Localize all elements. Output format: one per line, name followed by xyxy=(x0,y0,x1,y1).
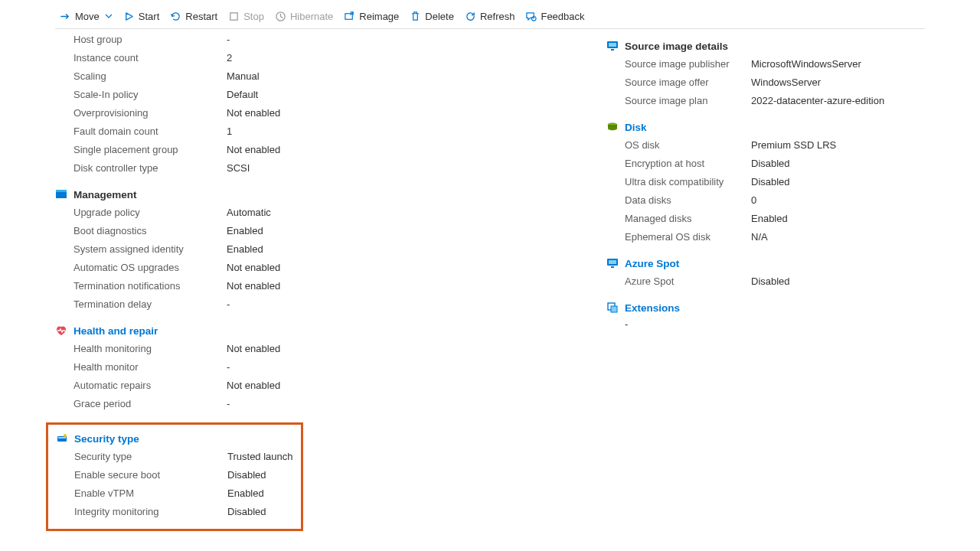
stop-label: Stop xyxy=(243,11,264,22)
property-value: N/A xyxy=(751,230,768,244)
svg-rect-5 xyxy=(56,190,67,192)
refresh-label: Refresh xyxy=(480,11,515,22)
hibernate-label: Hibernate xyxy=(290,11,333,22)
property-value: 2022-datacenter-azure-edition xyxy=(751,94,884,108)
property-label: Source image plan xyxy=(625,94,751,108)
section-title: Disk xyxy=(625,122,647,133)
property-value: SCSI xyxy=(227,161,250,175)
property-label: Security type xyxy=(74,450,227,464)
property-value: Disabled xyxy=(227,468,266,482)
property-row: Enable secure bootDisabled xyxy=(56,466,293,484)
property-label: Ultra disk compatibility xyxy=(625,175,751,189)
property-label: Health monitoring xyxy=(74,342,227,356)
svg-rect-0 xyxy=(230,13,237,20)
property-label: Ephemeral OS disk xyxy=(625,230,751,244)
property-row: Enable vTPMEnabled xyxy=(56,484,293,503)
property-value: - xyxy=(227,298,230,311)
property-value: - xyxy=(227,360,230,374)
property-label: Managed disks xyxy=(625,212,751,226)
property-value: Enabled xyxy=(227,224,263,238)
property-row: Encryption at hostDisabled xyxy=(606,155,913,173)
property-row: Azure SpotDisabled xyxy=(606,272,913,291)
property-label: Data disks xyxy=(625,194,751,207)
property-label: Upgrade policy xyxy=(74,206,227,220)
property-row: Termination delay- xyxy=(55,295,576,314)
property-value: Not enabled xyxy=(227,261,280,275)
section-management: Management xyxy=(55,188,576,201)
reimage-label: Reimage xyxy=(359,11,399,22)
property-row: Source image offerWindowsServer xyxy=(606,73,913,92)
section-extensions[interactable]: Extensions xyxy=(606,302,913,314)
monitor-icon xyxy=(606,40,619,52)
spot-icon xyxy=(606,257,619,269)
property-value: Enabled xyxy=(227,487,264,500)
property-row: Integrity monitoringDisabled xyxy=(56,503,293,521)
property-row: Source image publisherMicrosoftWindowsSe… xyxy=(606,55,913,73)
property-row: Ephemeral OS diskN/A xyxy=(606,228,913,246)
property-value: Not enabled xyxy=(227,106,280,120)
section-title: Source image details xyxy=(625,41,728,52)
chevron-down-icon xyxy=(105,11,113,22)
property-row: ScalingManual xyxy=(55,67,576,86)
section-title: Azure Spot xyxy=(625,258,679,269)
move-label: Move xyxy=(75,11,100,22)
extensions-icon xyxy=(606,302,619,314)
section-disk[interactable]: Disk xyxy=(606,121,913,133)
property-label: Termination notifications xyxy=(74,279,227,293)
property-value: - xyxy=(227,397,230,411)
section-security-type[interactable]: Security type xyxy=(56,432,293,445)
section-health-and-repair[interactable]: Health and repair xyxy=(55,324,576,337)
reimage-button[interactable]: Reimage xyxy=(344,11,399,22)
property-value: 2 xyxy=(227,51,232,65)
left-column: Host group- Instance count2 ScalingManua… xyxy=(55,31,576,531)
section-title: Extensions xyxy=(625,302,680,314)
property-value: Default xyxy=(227,88,258,102)
property-label: Instance count xyxy=(74,51,227,65)
property-label: Boot diagnostics xyxy=(74,224,227,238)
section-source-image-details: Source image details xyxy=(606,40,913,52)
start-label: Start xyxy=(139,11,159,22)
refresh-button[interactable]: Refresh xyxy=(465,11,515,22)
property-row: Source image plan2022-datacenter-azure-e… xyxy=(606,92,913,110)
property-row: Disk controller typeSCSI xyxy=(55,159,576,178)
property-row: Health monitor- xyxy=(55,358,576,377)
restart-button[interactable]: Restart xyxy=(170,11,217,22)
svg-rect-10 xyxy=(609,43,616,47)
delete-button[interactable]: Delete xyxy=(410,11,454,22)
property-row: Health monitoringNot enabled xyxy=(55,340,576,358)
section-azure-spot[interactable]: Azure Spot xyxy=(606,257,913,269)
property-value: Manual xyxy=(227,70,260,83)
property-row: OS diskPremium SSD LRS xyxy=(606,136,913,155)
section-title: Security type xyxy=(74,433,139,445)
property-value: 1 xyxy=(227,125,232,139)
property-label: Azure Spot xyxy=(625,275,751,289)
stop-button: Stop xyxy=(228,11,264,22)
property-row: Scale-In policyDefault xyxy=(55,86,576,104)
property-row: System assigned identityEnabled xyxy=(55,240,576,259)
extensions-value: - xyxy=(606,318,913,330)
property-row: Grace period- xyxy=(55,395,576,413)
property-label: Scale-In policy xyxy=(74,88,227,102)
property-value: Disabled xyxy=(751,175,790,189)
start-button[interactable]: Start xyxy=(123,11,159,22)
property-label: OS disk xyxy=(625,139,751,152)
property-value: Enabled xyxy=(227,243,263,256)
property-row: OverprovisioningNot enabled xyxy=(55,104,576,122)
property-row: Managed disksEnabled xyxy=(606,210,913,228)
property-row: Upgrade policyAutomatic xyxy=(55,204,576,222)
move-button[interactable]: Move xyxy=(60,11,113,22)
property-label: Enable vTPM xyxy=(74,487,227,500)
property-label: Single placement group xyxy=(74,143,227,157)
property-label: System assigned identity xyxy=(74,243,227,256)
property-row: Automatic OS upgradesNot enabled xyxy=(55,259,576,277)
property-row: Automatic repairsNot enabled xyxy=(55,377,576,395)
property-value: Enabled xyxy=(751,212,788,226)
property-value: Automatic xyxy=(227,206,271,220)
property-row: Termination notificationsNot enabled xyxy=(55,277,576,295)
delete-label: Delete xyxy=(425,11,454,22)
property-row: Host group- xyxy=(55,31,576,49)
property-label: Scaling xyxy=(74,70,227,83)
property-label: Fault domain count xyxy=(74,125,227,139)
property-value: Disabled xyxy=(751,157,790,171)
feedback-button[interactable]: Feedback xyxy=(525,11,584,22)
